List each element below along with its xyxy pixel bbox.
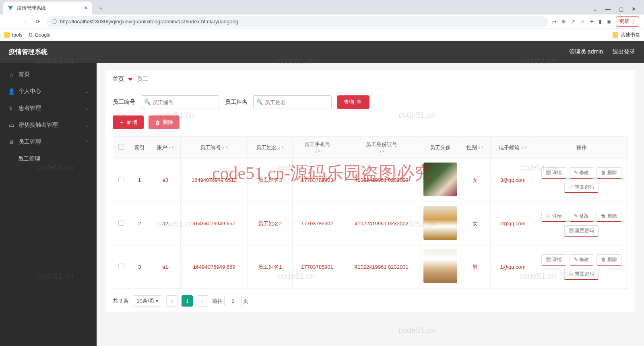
edit-button[interactable]: ✎ 修改 [570, 167, 593, 179]
forward-button[interactable]: → [18, 16, 29, 27]
bookmark-other[interactable]: 其他书签 [613, 31, 640, 38]
sort-icon: ▲▼ [379, 150, 385, 153]
col-emp-id[interactable]: 员工编号▲▼ [181, 137, 248, 159]
chevron-down-icon[interactable]: ⌄ [593, 6, 597, 12]
col-index[interactable]: 索引 [129, 137, 150, 159]
row-checkbox[interactable] [118, 220, 124, 226]
avatar-image [423, 206, 457, 240]
update-button[interactable]: 更新⋮ [616, 16, 639, 27]
col-idcard[interactable]: 员工身份证号▲▼ [342, 137, 421, 159]
user-label[interactable]: 管理员 admin [569, 48, 603, 56]
edit-button[interactable]: ✎ 修改 [570, 254, 593, 266]
col-emp-name[interactable]: 员工姓名▲▼ [248, 137, 293, 159]
col-email[interactable]: 电子邮箱▲▼ [491, 137, 535, 159]
row-delete-button[interactable]: 🗑 删除 [597, 211, 621, 222]
cell-index: 2 [129, 202, 150, 245]
col-avatar: 员工头像 [421, 137, 460, 159]
reload-button[interactable]: ⟳ [32, 16, 43, 27]
address-bar[interactable]: ⓘ http://localhost:8080/yiqingxinxiguanl… [47, 16, 548, 27]
breadcrumb-current: 员工 [137, 76, 148, 83]
row-checkbox[interactable] [118, 264, 124, 269]
tab-title: 疫情管理系统 [17, 5, 46, 12]
profile-icon[interactable]: ◉ [607, 19, 611, 25]
sidepanel-icon[interactable]: ▮ [599, 19, 602, 25]
row-checkbox[interactable] [118, 177, 124, 182]
cell-phone: 17703786903 [292, 159, 342, 202]
extensions-icon[interactable]: ✦ [590, 19, 594, 25]
cell-gender: 女 [460, 159, 491, 202]
add-button[interactable]: ＋新增 [113, 115, 144, 129]
share-icon[interactable]: ↗ [571, 19, 575, 25]
cell-gender: 女 [460, 202, 491, 245]
cell-index: 3 [129, 245, 150, 289]
goto-input[interactable] [224, 296, 242, 306]
trash-icon: 🗑 [155, 119, 160, 126]
emp-id-input[interactable] [141, 95, 219, 109]
translate-icon[interactable]: ⊕ [561, 19, 566, 25]
query-button[interactable]: 查询🔍 [337, 95, 369, 109]
cell-email: 3@qq.com [491, 159, 535, 202]
sidebar-subitem-staff[interactable]: 员工管理 [0, 150, 97, 167]
sidebar-item-personal[interactable]: 👤 个人中心 ⌄ [0, 83, 97, 100]
detail-button[interactable]: ▤ 详情 [541, 254, 566, 266]
close-icon[interactable]: ✕ [84, 5, 88, 11]
reset-pwd-button[interactable]: ▤ 重置密码 [564, 269, 599, 280]
breadcrumb-home[interactable]: 首页 [113, 76, 124, 83]
logout-link[interactable]: 退出登录 [613, 48, 635, 56]
avatar-image [423, 249, 457, 283]
sidebar-item-contact[interactable]: ▭ 密切接触者管理 ⌄ [0, 117, 97, 134]
new-tab-button[interactable]: ＋ [95, 2, 106, 14]
detail-button[interactable]: ▤ 详情 [541, 167, 566, 179]
cell-emp-name: 员工姓名3 [248, 159, 293, 202]
col-account[interactable]: 账户▲▼ [150, 137, 181, 159]
select-all-checkbox[interactable] [118, 144, 124, 150]
row-delete-button[interactable]: 🗑 删除 [597, 254, 621, 266]
sidebar-item-patient[interactable]: 🎙 患者管理 ⌄ [0, 100, 97, 117]
delete-button[interactable]: 🗑删除 [149, 115, 180, 129]
cell-account: a1 [150, 245, 181, 289]
edit-button[interactable]: ✎ 修改 [570, 211, 593, 222]
label-emp-name: 员工姓名 [225, 99, 248, 106]
cell-index: 1 [129, 159, 150, 202]
table-row: 3 a1 16494076949 659 员工姓名1 17703786901 4… [113, 245, 628, 289]
page-number[interactable]: 1 [182, 295, 193, 307]
col-phone[interactable]: 员工手机号▲▼ [292, 137, 342, 159]
reset-pwd-button[interactable]: ▤ 重置密码 [564, 225, 599, 237]
close-window-icon[interactable]: ✕ [632, 6, 636, 12]
bookmark-google[interactable]: GGoogle [29, 32, 50, 38]
cell-emp-id: 16494076949 659 [181, 245, 248, 289]
emp-name-input[interactable] [253, 95, 332, 109]
cell-idcard: 41022419961 0232003 [342, 159, 421, 202]
total-count: 共 3 条 [113, 297, 129, 305]
sidebar-item-staff[interactable]: 🖥 员工管理 ⌃ [0, 134, 97, 150]
bookmark-tools[interactable]: tools [4, 32, 22, 38]
sidebar: ⌂ 首页 👤 个人中心 ⌄ 🎙 患者管理 ⌄ ▭ 密切接触者管理 ⌄ 🖥 员工管… [0, 63, 97, 346]
cell-idcard: 41022419961 0232001 [342, 245, 421, 289]
cell-phone: 17703786902 [292, 202, 342, 245]
minimize-icon[interactable]: ― [605, 6, 611, 12]
chevron-up-icon: ⌃ [85, 140, 89, 145]
star-icon[interactable]: ☆ [580, 19, 585, 25]
detail-button[interactable]: ▤ 详情 [541, 211, 566, 222]
prev-page-button[interactable]: ‹ [166, 295, 178, 307]
browser-tab[interactable]: 疫情管理系统 ✕ [3, 2, 92, 14]
sort-icon: ▲▼ [278, 146, 284, 149]
pagination: 共 3 条 10条/页 ▾ ‹ 1 › 前往 页 [113, 295, 628, 307]
reset-pwd-button[interactable]: ▤ 重置密码 [564, 182, 599, 193]
next-page-button[interactable]: › [197, 295, 208, 307]
key-icon[interactable]: ⊶ [551, 19, 557, 25]
page-size-select[interactable]: 10条/页 ▾ [133, 295, 162, 307]
cell-emp-name: 员工姓名2 [248, 202, 293, 245]
col-gender[interactable]: 性别▲▼ [460, 137, 491, 159]
card-icon: ▭ [8, 122, 14, 128]
row-delete-button[interactable]: 🗑 删除 [597, 167, 621, 179]
chevron-down-icon: ⌄ [85, 106, 89, 111]
breadcrumb: 首页 ❤ 员工 [113, 76, 628, 88]
app-title: 疫情管理系统 [9, 48, 47, 56]
window-controls: ⌄ ― ▢ ✕ [588, 6, 641, 14]
heart-icon: ❤ [128, 76, 133, 82]
sidebar-item-home[interactable]: ⌂ 首页 [0, 66, 97, 83]
maximize-icon[interactable]: ▢ [619, 6, 623, 12]
google-icon: G [29, 32, 32, 38]
back-button[interactable]: ← [3, 16, 14, 27]
